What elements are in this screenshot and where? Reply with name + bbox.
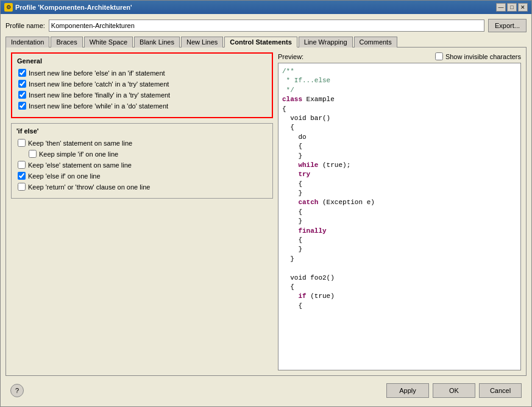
code-line: void foo2() xyxy=(282,274,517,283)
code-line: } xyxy=(282,152,517,161)
show-invisible-row: Show invisible characters xyxy=(435,52,521,60)
general-checkbox-row-1: Insert new line before 'else' in an 'if'… xyxy=(17,68,267,77)
tab-new-lines[interactable]: New Lines xyxy=(181,37,223,48)
cb-insert-finally-label: Insert new line before 'finally' in a 't… xyxy=(29,91,170,99)
ifelse-checkbox-row-4: Keep 'else if' on one line xyxy=(16,171,268,180)
ok-button[interactable]: OK xyxy=(433,383,475,398)
tab-control-statements[interactable]: Control Statements xyxy=(224,37,297,48)
window-icon: ⚙ xyxy=(4,3,13,12)
code-line: while (true); xyxy=(282,161,517,170)
ifelse-checkbox-row-5: Keep 'return' or 'throw' clause on one l… xyxy=(16,182,268,191)
code-line: } xyxy=(282,217,517,226)
preview-header: Preview: Show invisible characters xyxy=(278,52,521,60)
ifelse-checkbox-row-1: Keep 'then' statement on same line xyxy=(16,138,268,147)
code-line: * If...else xyxy=(282,76,517,85)
general-group-title: General xyxy=(17,57,267,65)
title-bar: ⚙ Profile 'Komponenten-Architekturen' — … xyxy=(1,1,531,14)
general-group: General Insert new line before 'else' in… xyxy=(11,52,273,118)
if-else-group-title: 'if else' xyxy=(16,127,268,135)
code-line: { xyxy=(282,208,517,217)
general-checkbox-row-2: Insert new line before 'catch' in a 'try… xyxy=(17,79,267,88)
preview-label: Preview: xyxy=(278,53,303,60)
ifelse-checkbox-row-2: Keep simple 'if' on one line xyxy=(27,149,268,158)
cb-insert-finally[interactable] xyxy=(18,91,26,99)
tab-blank-lines[interactable]: Blank Lines xyxy=(134,37,180,48)
cb-keep-then[interactable] xyxy=(18,139,26,147)
code-line: { xyxy=(282,283,517,292)
title-bar-left: ⚙ Profile 'Komponenten-Architekturen' xyxy=(4,3,132,12)
window-body: Profile name: Export... Indentation Brac… xyxy=(1,14,531,406)
profile-name-input[interactable] xyxy=(49,19,484,32)
restore-button[interactable]: □ xyxy=(507,3,517,12)
code-line: */ xyxy=(282,86,517,95)
tab-bar: Indentation Braces White Space Blank Lin… xyxy=(5,36,527,48)
code-line: finally xyxy=(282,227,517,236)
preview-area[interactable]: /** * If...else */ class Example { void … xyxy=(278,63,521,370)
tab-indentation[interactable]: Indentation xyxy=(5,37,49,48)
code-line: /** xyxy=(282,67,517,76)
ifelse-checkbox-row-3: Keep 'else' statement on same line xyxy=(16,160,268,169)
general-checkbox-row-3: Insert new line before 'finally' in a 't… xyxy=(17,90,267,99)
minimize-button[interactable]: — xyxy=(496,3,506,12)
tab-line-wrapping[interactable]: Line Wrapping xyxy=(299,37,353,48)
left-panel: General Insert new line before 'else' in… xyxy=(11,52,273,370)
window-title: Profile 'Komponenten-Architekturen' xyxy=(15,4,132,11)
cb-keep-else-if[interactable] xyxy=(18,172,26,180)
cancel-button[interactable]: Cancel xyxy=(479,383,522,398)
code-line: void bar() xyxy=(282,114,517,123)
code-line: { xyxy=(282,123,517,132)
code-line: { xyxy=(282,180,517,189)
cb-insert-else-label: Insert new line before 'else' in an 'if'… xyxy=(29,69,165,77)
cb-keep-return[interactable] xyxy=(18,183,26,191)
bottom-right-buttons: Apply OK Cancel xyxy=(386,383,522,398)
code-line: } xyxy=(282,245,517,254)
code-line: catch (Exception e) xyxy=(282,198,517,207)
cb-keep-then-label: Keep 'then' statement on same line xyxy=(28,140,132,147)
tab-comments[interactable]: Comments xyxy=(354,37,397,48)
code-line: class Example xyxy=(282,95,517,104)
cb-insert-catch-label: Insert new line before 'catch' in a 'try… xyxy=(29,80,169,88)
tab-content-control-statements: General Insert new line before 'else' in… xyxy=(5,48,527,376)
code-line: try xyxy=(282,170,517,179)
cb-keep-simple-if[interactable] xyxy=(29,150,37,158)
tabs-container: Indentation Braces White Space Blank Lin… xyxy=(5,36,527,376)
code-line: if (true) xyxy=(282,292,517,301)
general-checkbox-row-4: Insert new line before 'while' in a 'do'… xyxy=(17,101,267,110)
code-line: do xyxy=(282,133,517,142)
right-panel: Preview: Show invisible characters /** *… xyxy=(278,52,521,370)
title-bar-controls: — □ ✕ xyxy=(496,3,528,12)
cb-keep-simple-if-label: Keep simple 'if' on one line xyxy=(39,150,118,158)
code-line xyxy=(282,264,517,273)
code-line: } xyxy=(282,189,517,198)
code-line: } xyxy=(282,255,517,264)
profile-name-label: Profile name: xyxy=(5,22,45,29)
cb-keep-else[interactable] xyxy=(18,161,26,169)
main-window: ⚙ Profile 'Komponenten-Architekturen' — … xyxy=(0,0,532,407)
tab-white-space[interactable]: White Space xyxy=(84,37,133,48)
code-line: { xyxy=(282,236,517,245)
cb-insert-catch[interactable] xyxy=(18,80,26,88)
if-else-group: 'if else' Keep 'then' statement on same … xyxy=(11,123,273,199)
cb-insert-while[interactable] xyxy=(18,102,26,110)
tab-braces[interactable]: Braces xyxy=(51,37,82,48)
code-line: { xyxy=(282,105,517,114)
cb-keep-return-label: Keep 'return' or 'throw' clause on one l… xyxy=(28,183,150,191)
show-invisible-label: Show invisible characters xyxy=(445,53,521,60)
show-invisible-checkbox[interactable] xyxy=(435,52,443,60)
export-button[interactable]: Export... xyxy=(488,19,527,32)
cb-keep-else-if-label: Keep 'else if' on one line xyxy=(28,172,101,180)
code-line: { xyxy=(282,142,517,151)
apply-button[interactable]: Apply xyxy=(386,383,429,398)
cb-insert-while-label: Insert new line before 'while' in a 'do'… xyxy=(29,102,168,110)
cb-insert-else[interactable] xyxy=(18,69,26,77)
close-button[interactable]: ✕ xyxy=(518,3,528,12)
bottom-bar: ? Apply OK Cancel xyxy=(5,380,527,402)
help-button[interactable]: ? xyxy=(10,384,24,397)
code-line: { xyxy=(282,302,517,311)
cb-keep-else-label: Keep 'else' statement on same line xyxy=(28,161,132,169)
profile-name-row: Profile name: Export... xyxy=(5,19,527,32)
